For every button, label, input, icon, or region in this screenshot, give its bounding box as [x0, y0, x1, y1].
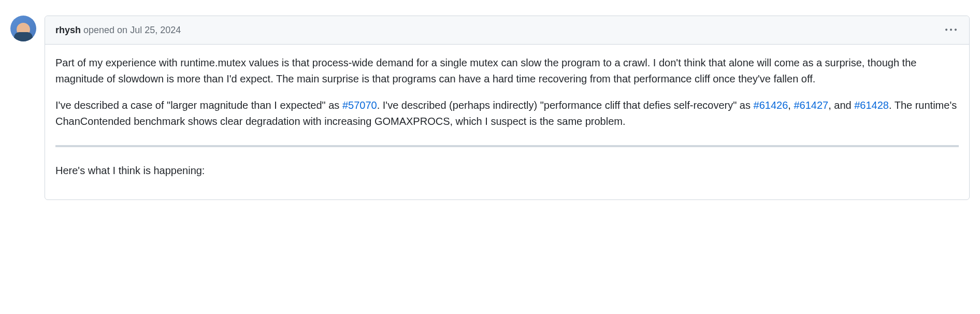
issue-link-61426[interactable]: #61426	[754, 99, 788, 111]
comment-body: Part of my experience with runtime.mutex…	[45, 45, 969, 199]
opened-date: Jul 25, 2024	[130, 25, 181, 35]
comment-meta: rhysh opened on Jul 25, 2024	[55, 25, 181, 36]
paragraph-2: I've described a case of "larger magnitu…	[55, 97, 959, 130]
paragraph-3: Here's what I think is happening:	[55, 163, 959, 179]
author-name[interactable]: rhysh	[55, 25, 81, 35]
divider	[55, 145, 959, 147]
comment-header: rhysh opened on Jul 25, 2024	[45, 16, 969, 45]
comment-box: rhysh opened on Jul 25, 2024 Part of my …	[45, 16, 970, 200]
author-avatar[interactable]	[10, 16, 36, 41]
action-text: opened on	[83, 25, 127, 35]
paragraph-1: Part of my experience with runtime.mutex…	[55, 55, 959, 87]
comment-container: rhysh opened on Jul 25, 2024 Part of my …	[10, 16, 970, 200]
issue-link-61428[interactable]: #61428	[854, 99, 889, 111]
issue-link-57070[interactable]: #57070	[342, 99, 377, 111]
kebab-menu-icon[interactable]	[943, 22, 959, 38]
issue-link-61427[interactable]: #61427	[794, 99, 828, 111]
